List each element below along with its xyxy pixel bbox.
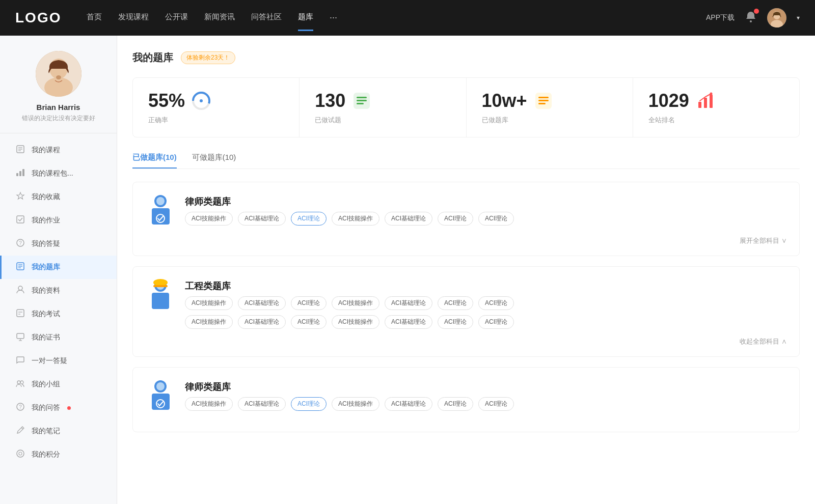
svg-point-7 [56, 75, 61, 79]
tag-lawyer1-3[interactable]: ACI技能操作 [332, 212, 379, 226]
sidebar-item-one-on-one[interactable]: 一对一答疑 [0, 349, 117, 373]
one-on-one-icon [15, 355, 25, 367]
profile-data-icon [15, 285, 25, 296]
tab-done[interactable]: 已做题库(10) [132, 153, 177, 169]
tag-eng-r2-3[interactable]: ACI技能操作 [332, 315, 379, 329]
tag-lawyer2-4[interactable]: ACI基础理论 [385, 397, 432, 411]
accuracy-pie-icon [191, 91, 211, 111]
page-header: 我的题库 体验剩余23天！ [132, 51, 800, 65]
tag-eng-r2-6[interactable]: ACI理论 [478, 315, 514, 329]
homework-icon [15, 215, 25, 226]
sidebar-item-my-questions[interactable]: ? 我的问答 [0, 396, 117, 419]
nav-news[interactable]: 新闻资讯 [204, 12, 235, 24]
groups-label: 我的小组 [32, 380, 60, 389]
lawyer-icon-1 [145, 192, 176, 228]
tag-eng-6[interactable]: ACI理论 [478, 296, 514, 310]
logo[interactable]: LOGO [15, 10, 66, 26]
sidebar-item-favorites[interactable]: 我的收藏 [0, 185, 117, 209]
qbank-tags-engineer-row2: ACI技能操作 ACI基础理论 ACI理论 ACI技能操作 ACI基础理论 AC… [185, 315, 514, 329]
tag-lawyer2-3[interactable]: ACI技能操作 [332, 397, 379, 411]
svg-rect-26 [17, 333, 24, 339]
user-menu-chevron[interactable]: ▾ [797, 14, 800, 21]
tag-lawyer2-2[interactable]: ACI理论 [291, 397, 327, 411]
tag-eng-r2-2[interactable]: ACI理论 [291, 315, 327, 329]
tag-lawyer2-1[interactable]: ACI基础理论 [238, 397, 286, 411]
sidebar-item-course-packages[interactable]: 我的课程包... [0, 162, 117, 185]
svg-rect-49 [704, 98, 707, 108]
tag-eng-1[interactable]: ACI基础理论 [238, 296, 286, 310]
tag-eng-r2-4[interactable]: ACI基础理论 [385, 315, 432, 329]
profile-avatar[interactable] [36, 51, 82, 97]
tag-eng-2[interactable]: ACI理论 [291, 296, 327, 310]
nav-more[interactable]: ··· [330, 12, 337, 24]
tag-lawyer1-6[interactable]: ACI理论 [478, 212, 514, 226]
notification-bell[interactable] [745, 11, 757, 25]
nav-home[interactable]: 首页 [87, 12, 102, 24]
qbank-info-lawyer-1: 律师类题库 ACI技能操作 ACI基础理论 ACI理论 ACI技能操作 ACI基… [185, 192, 514, 226]
expand-lawyer-1[interactable]: 展开全部科目 ∨ [145, 236, 787, 245]
nav-qbank[interactable]: 题库 [298, 12, 313, 24]
nav-discover[interactable]: 发现课程 [118, 12, 149, 24]
accuracy-number: 55% [148, 90, 185, 111]
svg-line-33 [21, 428, 23, 429]
user-avatar[interactable] [767, 8, 786, 27]
page-title: 我的题库 [132, 51, 173, 65]
sidebar-item-homework[interactable]: 我的作业 [0, 209, 117, 232]
sidebar-item-certificates[interactable]: 我的证书 [0, 326, 117, 349]
tag-eng-r2-0[interactable]: ACI技能操作 [185, 315, 233, 329]
qbank-info-lawyer-2: 律师类题库 ACI技能操作 ACI基础理论 ACI理论 ACI技能操作 ACI基… [185, 378, 514, 411]
qbank-tags-engineer-row1: ACI技能操作 ACI基础理论 ACI理论 ACI技能操作 ACI基础理论 AC… [185, 296, 514, 310]
svg-point-30 [20, 381, 23, 384]
svg-rect-60 [153, 285, 168, 287]
exams-label: 我的考试 [32, 310, 60, 319]
svg-text:?: ? [19, 404, 22, 410]
tag-lawyer1-2[interactable]: ACI理论 [291, 212, 327, 226]
tag-eng-r2-1[interactable]: ACI基础理论 [238, 315, 286, 329]
nav-open[interactable]: 公开课 [165, 12, 188, 24]
svg-point-22 [18, 286, 22, 290]
tag-lawyer2-5[interactable]: ACI理论 [438, 397, 473, 411]
tag-lawyer1-5[interactable]: ACI理论 [438, 212, 473, 226]
answers-icon: ? [15, 238, 25, 249]
stat-accuracy: 55% 正确率 [133, 78, 300, 137]
tag-eng-3[interactable]: ACI技能操作 [332, 296, 379, 310]
tag-lawyer2-0[interactable]: ACI技能操作 [185, 397, 233, 411]
tag-eng-r2-5[interactable]: ACI理论 [438, 315, 473, 329]
svg-point-29 [17, 381, 20, 384]
accuracy-label: 正确率 [148, 116, 284, 125]
expand-engineer[interactable]: 收起全部科目 ∧ [145, 337, 787, 346]
sidebar-item-courses[interactable]: 我的课程 [0, 138, 117, 162]
sidebar-profile: Brian Harris 错误的决定比没有决定要好 [0, 51, 117, 133]
tag-eng-4[interactable]: ACI基础理论 [385, 296, 432, 310]
tag-lawyer1-0[interactable]: ACI技能操作 [185, 212, 233, 226]
tag-eng-0[interactable]: ACI技能操作 [185, 296, 233, 310]
nav-qa[interactable]: 问答社区 [251, 12, 282, 24]
sidebar-item-groups[interactable]: 我的小组 [0, 373, 117, 396]
done-questions-icon [351, 91, 372, 111]
svg-rect-13 [19, 171, 21, 176]
sidebar-item-answers[interactable]: ? 我的答疑 [0, 232, 117, 256]
svg-rect-14 [22, 169, 24, 176]
svg-rect-57 [152, 293, 169, 309]
svg-rect-41 [357, 97, 367, 98]
sidebar-item-qbank[interactable]: 我的题库 [0, 256, 117, 279]
sidebar-item-profile-data[interactable]: 我的资料 [0, 279, 117, 302]
sidebar-item-points[interactable]: 我的积分 [0, 443, 117, 466]
notes-label: 我的笔记 [32, 427, 60, 436]
trial-badge: 体验剩余23天！ [181, 51, 235, 64]
app-download-btn[interactable]: APP下载 [706, 13, 735, 22]
done-banks-label: 已做题库 [482, 116, 617, 125]
tab-todo[interactable]: 可做题库(10) [192, 153, 236, 169]
qbank-title-lawyer-1: 律师类题库 [185, 192, 514, 208]
sidebar-menu: 我的课程 我的课程包... 我的收藏 我的作业 [0, 138, 117, 466]
qbank-card-lawyer-2: 律师类题库 ACI技能操作 ACI基础理论 ACI理论 ACI技能操作 ACI基… [132, 367, 800, 432]
sidebar-item-exams[interactable]: 我的考试 [0, 302, 117, 326]
svg-point-0 [750, 20, 752, 22]
sidebar-item-notes[interactable]: 我的笔记 [0, 419, 117, 443]
qbank-header-lawyer-2: 律师类题库 ACI技能操作 ACI基础理论 ACI理论 ACI技能操作 ACI基… [145, 378, 787, 413]
tag-lawyer1-1[interactable]: ACI基础理论 [238, 212, 286, 226]
tag-lawyer1-4[interactable]: ACI基础理论 [385, 212, 432, 226]
qbank-header-engineer: 工程类题库 ACI技能操作 ACI基础理论 ACI理论 ACI技能操作 ACI基… [145, 277, 787, 329]
tag-lawyer2-6[interactable]: ACI理论 [478, 397, 514, 411]
tag-eng-5[interactable]: ACI理论 [438, 296, 473, 310]
